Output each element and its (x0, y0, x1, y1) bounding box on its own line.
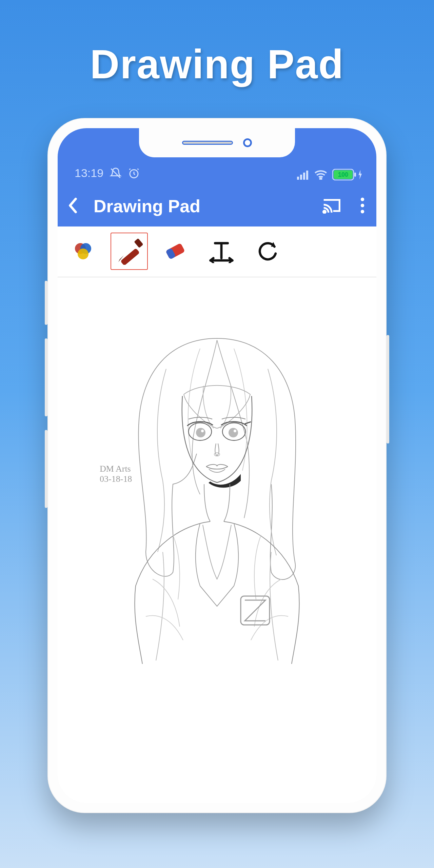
svg-rect-2 (297, 177, 299, 180)
front-camera (243, 138, 252, 147)
tool-rotate[interactable] (249, 233, 286, 270)
phone-notch (139, 128, 295, 157)
svg-point-27 (201, 430, 204, 432)
svg-point-14 (361, 210, 364, 213)
back-button[interactable] (64, 197, 81, 215)
phone-mockup: 13:19 (47, 118, 387, 813)
svg-rect-20 (134, 238, 143, 248)
sketch-signature: DM Arts 03-18-18 (100, 464, 132, 484)
page-headline: Drawing Pad (90, 41, 344, 87)
tool-color-picker[interactable] (64, 233, 102, 270)
app-title: Drawing Pad (92, 196, 312, 216)
speaker-grille (182, 141, 233, 145)
svg-rect-18 (120, 248, 140, 265)
signal-icon (297, 170, 309, 180)
svg-rect-3 (300, 175, 302, 180)
cast-icon[interactable] (322, 197, 341, 215)
svg-point-13 (361, 204, 364, 207)
app-bar: Drawing Pad (58, 186, 376, 226)
svg-point-25 (196, 428, 205, 437)
svg-point-6 (320, 178, 322, 180)
signature-name: DM Arts (100, 464, 131, 474)
wifi-icon (314, 170, 328, 180)
svg-rect-5 (306, 171, 308, 180)
svg-rect-9 (354, 173, 356, 177)
phone-vol-up (45, 338, 47, 416)
tool-row (58, 226, 376, 277)
svg-point-28 (234, 430, 236, 432)
drawing-canvas[interactable]: DM Arts 03-18-18 (58, 277, 376, 803)
svg-point-17 (78, 249, 88, 259)
alarm-icon (128, 167, 140, 179)
svg-text:100: 100 (338, 171, 348, 178)
svg-point-26 (229, 428, 238, 437)
phone-mute-switch (45, 281, 47, 325)
tool-eraser[interactable] (157, 233, 194, 270)
svg-point-12 (361, 198, 364, 201)
more-icon[interactable] (351, 197, 365, 215)
svg-rect-4 (303, 173, 305, 180)
sketch-illustration: DM Arts 03-18-18 (98, 335, 336, 667)
battery-icon: 100 (332, 169, 363, 180)
mute-icon (110, 167, 122, 179)
svg-point-11 (323, 211, 326, 213)
signature-date: 03-18-18 (100, 474, 132, 484)
phone-vol-down (45, 430, 47, 508)
tool-text[interactable] (203, 233, 240, 270)
status-time: 13:19 (75, 166, 103, 180)
phone-power (387, 335, 389, 443)
tool-pen[interactable] (111, 233, 148, 270)
phone-screen: 13:19 (58, 128, 376, 803)
